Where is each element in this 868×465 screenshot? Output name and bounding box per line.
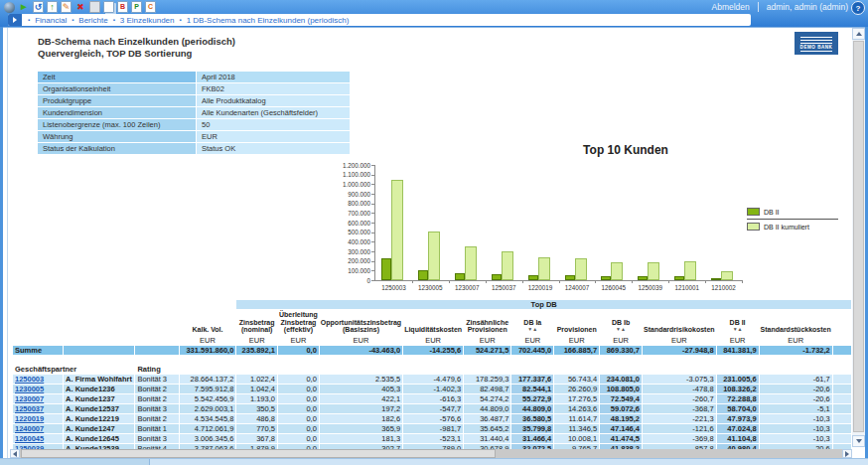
- partner-id-link[interactable]: 1230005: [15, 385, 44, 393]
- summe-spacer: [64, 346, 134, 355]
- summe-value: 702.445,0: [511, 346, 553, 355]
- value-cell: -260,7: [643, 394, 716, 403]
- value-cell: -10,3: [760, 424, 832, 433]
- partner-id-link[interactable]: 1250003: [15, 375, 44, 384]
- value-cell: -981,7: [403, 424, 463, 433]
- status-bar-segment: [0, 459, 150, 465]
- parameter-row: Status der KalkulationStatus OK: [38, 143, 350, 154]
- scroll-up-icon[interactable]: [852, 28, 865, 40]
- value-cell: 31.466,4: [511, 434, 553, 443]
- logout-link[interactable]: Abmelden: [712, 2, 750, 12]
- legend-entry: DB II: [747, 205, 838, 220]
- copy-icon[interactable]: [103, 1, 114, 13]
- value-cell: 35.799,8: [511, 424, 553, 433]
- parameter-row: OrganisationseinheitFKB02: [38, 83, 350, 94]
- x-axis-tick-label: 1250037: [486, 284, 522, 291]
- x-axis-tick-label: 1230005: [412, 284, 449, 291]
- tools-icon[interactable]: [33, 1, 44, 13]
- horizontal-scrollbar-thumb[interactable]: [21, 449, 496, 458]
- scroll-left-icon[interactable]: [10, 449, 20, 458]
- upload-icon[interactable]: [47, 1, 58, 13]
- vertical-scrollbar[interactable]: [852, 28, 865, 447]
- breadcrumb-item[interactable]: 3 Einzelkunden: [120, 16, 175, 25]
- y-axis-tick: [371, 194, 374, 195]
- bar-group: [375, 165, 412, 280]
- value-cell: 0,0: [278, 424, 319, 433]
- chart-plot-area: 1250003123000512300071250037122001912400…: [374, 165, 742, 281]
- partner-id-link[interactable]: 1230007: [15, 394, 44, 403]
- edit-icon[interactable]: [61, 1, 72, 13]
- parameter-row: Listenobergrenze (max. 100 Zeilen)50: [38, 119, 350, 130]
- breadcrumb-item[interactable]: Berichte: [78, 16, 107, 25]
- current-user-label[interactable]: admin, admin (admin): [767, 2, 848, 12]
- app-icon[interactable]: [4, 2, 15, 13]
- bar-group: [595, 165, 632, 280]
- value-cell: -368,7: [643, 404, 716, 413]
- x-axis-tick-label: 1250039: [632, 284, 668, 291]
- bar-db2: [638, 276, 648, 280]
- column-header: Opportunitätszinsbetrag (Basiszins): [320, 310, 402, 335]
- y-axis-tick-label: 700.000: [338, 210, 370, 217]
- x-axis-tick-label: 1260045: [595, 284, 632, 291]
- run-icon[interactable]: [18, 2, 30, 13]
- y-axis-tick: [371, 184, 374, 185]
- rating-cell: Bonität 2: [135, 385, 178, 393]
- column-header[interactable]: DB Ib▼▲: [600, 310, 642, 335]
- partner-id-link[interactable]: 1260045: [15, 434, 44, 443]
- export-csv-icon[interactable]: [145, 1, 156, 13]
- parameter-value: Alle Produktkatalog: [197, 95, 350, 106]
- export-pdf-icon[interactable]: [117, 1, 128, 13]
- session-separator: [758, 2, 759, 12]
- view-icon[interactable]: [89, 1, 100, 13]
- x-axis-tick: [742, 280, 743, 283]
- sort-icon[interactable]: ▼▲: [601, 326, 641, 334]
- unit-label: EUR: [180, 336, 236, 345]
- value-cell: 55.272,9: [511, 394, 553, 403]
- status-bar: [0, 458, 868, 465]
- partner-id-cell: 1230005: [13, 385, 63, 393]
- column-header: Zinsbetrag (nominal): [236, 310, 277, 335]
- demo-bank-logo: DEMO BANK: [795, 32, 838, 55]
- sort-icon[interactable]: ▼▲: [718, 326, 758, 334]
- vertical-scrollbar-thumb[interactable]: [853, 41, 864, 432]
- partner-id-link[interactable]: 1240007: [15, 424, 44, 433]
- column-header[interactable]: DB Ia▼▲: [511, 310, 553, 335]
- summe-value: 869.330,7: [600, 346, 642, 355]
- bar-group: [632, 165, 668, 280]
- value-cell: 48.195,2: [600, 414, 642, 423]
- partner-id-link[interactable]: 1250037: [15, 404, 44, 413]
- value-cell: -121,6: [643, 424, 716, 433]
- partner-name-cell: A. Kunde12645: [64, 434, 134, 443]
- y-axis-tick-label: 500.000: [338, 229, 370, 235]
- partner-id-link[interactable]: 1220019: [15, 414, 44, 423]
- chart-legend: DB IIDB II kumuliert: [747, 205, 838, 233]
- scroll-right-icon[interactable]: [842, 449, 852, 458]
- export-excel-icon[interactable]: [131, 1, 142, 13]
- scroll-down-icon[interactable]: [852, 435, 865, 447]
- value-cell: 422,1: [320, 394, 402, 403]
- table-row: 1230007A. Kunde1237Bonität 25.542.456,91…: [13, 394, 851, 403]
- delete-icon[interactable]: [74, 2, 86, 13]
- value-cell: 1.042,4: [236, 385, 277, 393]
- parameter-label: Kundendimension: [38, 107, 196, 118]
- value-cell: 4.534.545,8: [180, 414, 236, 423]
- sidebar-toggle-icon[interactable]: [8, 14, 22, 26]
- bar-db2: [711, 278, 721, 280]
- unit-label: EUR: [511, 336, 553, 345]
- horizontal-scrollbar[interactable]: [10, 449, 852, 458]
- value-cell: 2.629.003,1: [180, 404, 236, 413]
- help-icon[interactable]: ?: [851, 1, 865, 15]
- content-divider-left: [7, 28, 8, 458]
- header-spacer: [13, 310, 63, 335]
- y-axis-tick: [371, 204, 374, 205]
- parameter-row: ZeitApril 2018: [38, 72, 350, 82]
- value-cell: 82.498,7: [464, 385, 510, 393]
- breadcrumb-item[interactable]: 1 DB-Schema nach Einzelkunden (periodisc…: [187, 16, 350, 25]
- breadcrumb-item[interactable]: Financial: [35, 16, 67, 25]
- column-header[interactable]: DB II▼▲: [717, 310, 759, 335]
- sort-icon[interactable]: ▼▲: [512, 326, 552, 334]
- summe-value: -14.255,6: [403, 346, 463, 355]
- x-axis-tick-label: 1250003: [375, 284, 412, 291]
- value-cell: -61,7: [760, 375, 832, 384]
- y-axis-tick: [371, 232, 374, 233]
